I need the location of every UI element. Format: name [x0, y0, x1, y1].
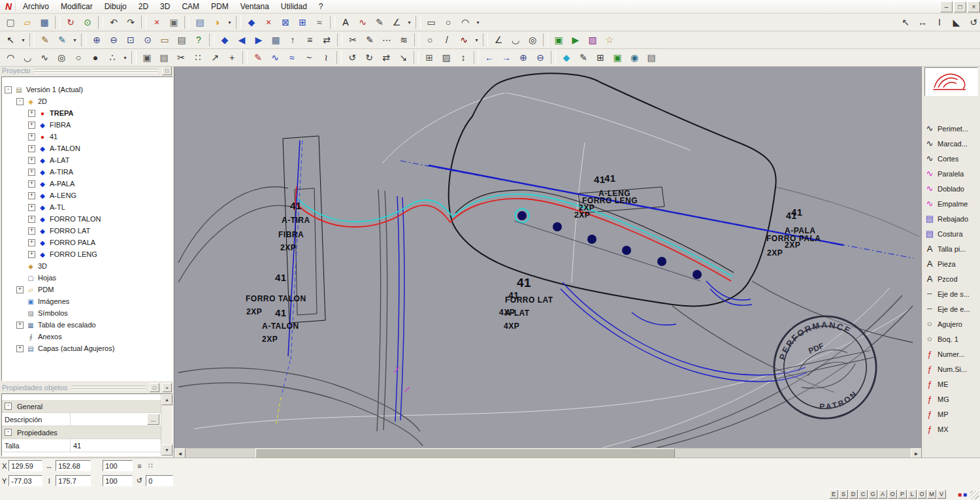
grid-icon[interactable]: ▦ [267, 32, 284, 48]
fit-width-icon[interactable]: ↔ [914, 14, 931, 30]
scale-icon[interactable]: ↘ [395, 50, 412, 65]
piece-back-icon[interactable]: ◀ [233, 32, 250, 48]
tool-mx[interactable]: ƒ MX [923, 422, 980, 437]
scroll-down-icon[interactable]: ▼ [161, 444, 172, 456]
monitor-icon[interactable]: ▣ [609, 50, 626, 65]
panel-restore-button[interactable]: □ [162, 66, 172, 75]
spiral-icon[interactable]: ◎ [53, 50, 70, 65]
tree-item-a-talon[interactable]: + ◆ A-TALON [2, 142, 172, 154]
tree-expand-toggle[interactable]: + [28, 133, 35, 141]
tree-item-version-1[interactable]: - ▤ Versión 1 (Actual) [2, 84, 172, 95]
bound-shape-icon[interactable]: ⊞ [294, 14, 311, 30]
image-icon[interactable]: ▣ [550, 32, 567, 48]
circle-tool-icon[interactable]: ○ [440, 14, 457, 30]
tool-pzcod[interactable]: A Pzcod [923, 271, 980, 286]
dots-icon[interactable]: ⋯ [378, 32, 395, 48]
tool-boquilla[interactable]: ○ Boq. 1 [923, 331, 980, 346]
polyline-icon[interactable]: ∿ [267, 50, 284, 65]
rotation-field[interactable]: 0 [146, 475, 173, 486]
width-field[interactable]: 152.68 [56, 460, 91, 471]
horizontal-scrollbar[interactable]: ◄ ► [174, 448, 922, 458]
text-tool-icon[interactable]: A [337, 14, 354, 30]
tree-expand-toggle[interactable]: + [28, 145, 35, 152]
piece-next-icon[interactable]: ▶ [250, 32, 267, 48]
zoom-in-icon[interactable]: ⊕ [515, 50, 532, 65]
star-icon[interactable]: ☆ [601, 32, 618, 48]
panel-grip[interactable] [71, 386, 146, 390]
prop-section-general[interactable]: - General [2, 400, 161, 413]
tree-item-capas[interactable]: + ▤ Capas (actual Agujeros) [2, 342, 172, 354]
dropdown-icon[interactable]: ▾ [472, 32, 481, 48]
menu-ventana[interactable]: Ventana [235, 1, 275, 12]
tool-doblado[interactable]: ∿ Doblado [923, 181, 980, 196]
scissors-icon[interactable]: ✂ [344, 32, 361, 48]
zoom-in-icon[interactable]: ⊕ [88, 32, 105, 48]
help-icon[interactable]: ? [190, 32, 207, 48]
tool-eje-simetria[interactable]: ╌ Eje de s... [923, 286, 980, 301]
paste-icon[interactable]: ▤ [155, 50, 172, 65]
properties-panel-header[interactable]: Propiedades objetos □ × [0, 382, 174, 393]
properties-scrollbar[interactable]: ▲ ▼ [161, 394, 172, 456]
tree-expand-toggle[interactable]: - [5, 86, 12, 93]
fit-height-icon[interactable]: I [931, 14, 948, 30]
palette-icon[interactable]: ▨ [584, 32, 601, 48]
waves-icon[interactable]: ≋ [395, 32, 412, 48]
tool-num-simetrico[interactable]: ƒ Num.Si... [923, 361, 980, 376]
minimize-button[interactable]: – [940, 1, 953, 12]
tree-item-2d[interactable]: - ◈ 2D [2, 95, 172, 107]
dropdown-icon[interactable]: ▾ [71, 32, 79, 48]
arc-tool-icon[interactable]: ◠ [457, 14, 474, 30]
print2-icon[interactable]: ▤ [643, 50, 660, 65]
target-icon[interactable]: ◎ [524, 32, 541, 48]
tree-item-a-pala[interactable]: + ◆ A-PALA [2, 178, 172, 190]
close-shape-icon[interactable]: ⊠ [277, 14, 294, 30]
tree-item-3d[interactable]: ◈ 3D [2, 260, 172, 272]
protractor-icon[interactable]: ∠ [490, 32, 507, 48]
menu-dibujo[interactable]: Dibujo [99, 1, 133, 12]
tree-expand-toggle[interactable]: + [28, 227, 35, 235]
dropdown-icon[interactable]: ▾ [19, 32, 27, 48]
height-field[interactable]: 175.7 [56, 475, 91, 486]
ink-pen-icon[interactable]: ✎ [54, 32, 71, 48]
tree-expand-toggle[interactable]: + [28, 110, 35, 117]
tree-expand-toggle[interactable]: + [28, 239, 35, 246]
zoom-out-icon[interactable]: ⊖ [532, 50, 549, 65]
dropdown-icon[interactable]: ▾ [474, 14, 482, 30]
project-tree[interactable]: - ▤ Versión 1 (Actual) - ◈ 2D + ● TREPA … [1, 76, 173, 381]
undo-icon[interactable]: ↶ [105, 14, 122, 30]
wiggle-icon[interactable]: ≀ [318, 50, 335, 65]
list-icon[interactable]: ≡ [135, 462, 144, 470]
updown-icon[interactable]: ↕ [455, 50, 472, 65]
play-icon[interactable]: ▶ [567, 32, 584, 48]
pencil-icon[interactable]: ✎ [361, 32, 378, 48]
pointer-mode-icon[interactable]: ↖ [897, 14, 914, 30]
rotate-right-icon[interactable]: ↻ [361, 50, 378, 65]
panel-close-button[interactable]: × [162, 383, 172, 392]
tool-perimetro[interactable]: ∿ Perimet... [923, 121, 980, 136]
tool-empalme[interactable]: ∿ Empalme [923, 196, 980, 211]
sync-icon[interactable]: ↻ [62, 14, 79, 30]
arc-down-icon[interactable]: ◡ [507, 32, 524, 48]
layers-icon[interactable]: ▤ [191, 14, 208, 30]
tree-item-imagenes[interactable]: ▣ Imágenes [2, 295, 172, 307]
select-cursor-icon[interactable]: ↖ [2, 32, 19, 48]
scroll-up-icon[interactable]: ▲ [161, 394, 172, 405]
freehand-icon[interactable]: ✎ [250, 50, 267, 65]
zoom-window-icon[interactable]: ⊡ [122, 32, 139, 48]
drawing-canvas[interactable]: PERFORMANCE PATRON PDF [174, 65, 922, 448]
prop-row-descripcion[interactable]: Descripción ... [2, 413, 161, 426]
tree-item-anexos[interactable]: ∮ Anexos [2, 331, 172, 342]
tree-item-41[interactable]: + ● 41 [2, 131, 172, 142]
tree-item-simbolos[interactable]: ▨ Símbolos [2, 307, 172, 319]
tree-item-pdm[interactable]: + ▱ PDM [2, 284, 172, 295]
x-coordinate-field[interactable]: 129.59 [8, 460, 42, 471]
tree-expand-toggle[interactable]: + [28, 122, 35, 129]
angle-tool-icon[interactable]: ∠ [388, 14, 405, 30]
annotate-icon[interactable]: ✎ [575, 50, 592, 65]
dropdown-icon[interactable]: ▾ [405, 14, 414, 30]
menu-utilidad[interactable]: Utilidad [275, 1, 313, 12]
rotate-left-icon[interactable]: ↺ [344, 50, 361, 65]
tree-expand-toggle[interactable]: + [16, 322, 24, 329]
tree-expand-toggle[interactable]: + [16, 345, 24, 352]
crosshair-icon[interactable]: + [223, 50, 240, 65]
